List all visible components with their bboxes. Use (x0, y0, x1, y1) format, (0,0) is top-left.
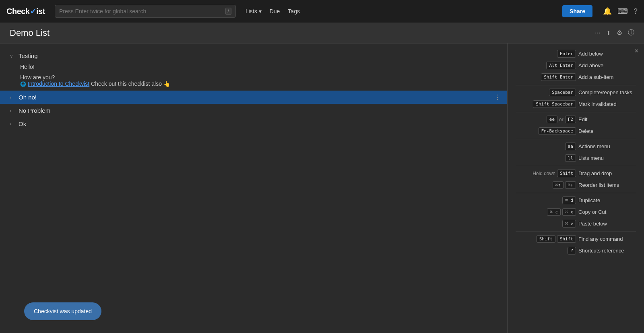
shortcut-action-copy-cut: Copy or Cut (578, 209, 636, 215)
top-navigation: Check✓ist / Lists ▾ Due Tags Share 🔔 ⌨ ? (0, 0, 644, 23)
globe-icon: 🌐 (20, 81, 26, 87)
shortcuts-close-button[interactable]: × (635, 48, 638, 55)
logo[interactable]: Check✓ist (6, 6, 45, 16)
shortcut-row-lists-menu: ll Lists menu (516, 154, 636, 162)
list-item-row-oh-no[interactable]: › Oh no! ⋮ (0, 91, 507, 104)
info-icon[interactable]: ⓘ (628, 29, 634, 37)
shortcut-keys-reorder: ⌘↑ ⌘↓ (516, 181, 576, 189)
key-shift-2: Shift (557, 235, 576, 243)
shortcut-action-drag-drop: Drag and drop (578, 170, 636, 176)
shortcut-row-actions-menu: aa Actions menu (516, 143, 636, 150)
shortcut-row-paste: ⌘ v Paste below (516, 220, 636, 228)
link-introduction[interactable]: Introduction to Checkvist (28, 81, 89, 87)
key-cmd-down: ⌘↓ (565, 181, 576, 189)
shortcut-action-duplicate: Duplicate (578, 197, 636, 203)
hold-down-text: Hold down (533, 171, 555, 176)
key-shift-spacebar: Shift Spacebar (533, 100, 576, 108)
nav-links: Lists ▾ Due Tags (246, 8, 300, 14)
chevron-right-icon: › (10, 121, 15, 127)
bell-icon[interactable]: 🔔 (603, 7, 612, 16)
shortcut-keys-find-command: Shift Shift (516, 235, 576, 243)
key-shift-enter: Shift Enter (541, 73, 576, 81)
shortcut-action-alt-enter: Add above (578, 62, 636, 68)
help-icon[interactable]: ? (634, 7, 638, 16)
search-input[interactable] (59, 8, 222, 14)
shortcuts-panel: × Enter Add below Alt Enter Add above Sh… (507, 43, 644, 333)
key-shift-1: Shift (537, 235, 555, 243)
shortcut-keys-shift-spacebar: Shift Spacebar (516, 100, 576, 108)
divider-2 (516, 112, 636, 112)
nav-tags[interactable]: Tags (288, 8, 300, 14)
item-menu-icon[interactable]: ⋮ (494, 93, 501, 101)
shortcut-keys-delete: Fn-Backspace (516, 127, 576, 135)
more-icon[interactable]: ⋯ (594, 29, 601, 37)
list-panel: ∨ Testing Hello! How are you? 🌐 Introduc… (0, 43, 507, 333)
shortcut-action-shift-enter: Add a sub-item (578, 74, 636, 80)
list-item-text-no-problem: No Problem (19, 107, 491, 114)
sub-item-text: How are you? (20, 74, 497, 81)
section-title-testing: Testing (19, 52, 38, 59)
section-header-testing[interactable]: ∨ Testing (0, 50, 507, 62)
shortcut-keys-drag: Hold down Shift (516, 170, 576, 177)
key-question: ? (568, 247, 576, 254)
nav-due[interactable]: Due (270, 8, 280, 14)
shortcut-keys-enter: Enter (516, 50, 576, 58)
key-spacebar: Spacebar (549, 89, 576, 96)
keyboard-icon[interactable]: ⌨ (617, 7, 628, 16)
sub-item-link-row: 🌐 Introduction to Checkvist Check out th… (20, 81, 497, 87)
shortcut-action-actions-menu: Actions menu (578, 143, 636, 149)
search-bar[interactable]: / (55, 5, 236, 18)
shortcut-row-shift-spacebar: Shift Spacebar Mark invalidated (516, 100, 636, 108)
shortcut-action-reference: Shortcuts reference (578, 248, 636, 254)
shortcut-action-paste: Paste below (578, 221, 636, 227)
key-aa: aa (565, 143, 576, 150)
logo-check: ✓ (30, 7, 37, 16)
shortcut-action-enter: Add below (578, 51, 636, 57)
divider-3 (516, 139, 636, 139)
list-item-hello[interactable]: Hello! (20, 62, 507, 72)
list-section-testing: ∨ Testing Hello! How are you? 🌐 Introduc… (0, 50, 507, 89)
shortcut-keys-aa: aa (516, 143, 576, 150)
key-cmd-up: ⌘↑ (553, 181, 564, 189)
shortcut-action-reorder: Reorder list items (578, 182, 636, 188)
chevron-right-icon: › (10, 108, 15, 114)
shortcut-action-spacebar: Complete/reopen tasks (578, 89, 636, 95)
list-item-text-ok: Ok (19, 120, 491, 127)
subheader-actions: ⋯ ⬆ ⚙ ⓘ (594, 29, 634, 37)
toast-notification: Checkvist was updated (24, 302, 101, 320)
chevron-down-icon: ▾ (259, 8, 262, 14)
shortcut-row-shift-enter: Shift Enter Add a sub-item (516, 73, 636, 81)
shortcut-row-duplicate: ⌘ d Duplicate (516, 196, 636, 204)
list-item-row-no-problem[interactable]: › No Problem ⋮ (0, 104, 507, 117)
share-button[interactable]: Share (562, 5, 592, 17)
shortcut-keys-paste: ⌘ v (516, 220, 576, 228)
shortcut-action-find-command: Find any command (578, 236, 636, 242)
nav-lists[interactable]: Lists ▾ (246, 8, 262, 14)
shortcut-row-alt-enter: Alt Enter Add above (516, 62, 636, 69)
topnav-icons: 🔔 ⌨ ? (603, 7, 638, 16)
key-f2: F2 (565, 116, 576, 123)
shortcut-keys-ll: ll (516, 154, 576, 162)
shortcut-keys-copy-cut: ⌘ c ⌘ x (516, 208, 576, 216)
pin-icon[interactable]: ⬆ (606, 30, 611, 36)
divider-4 (516, 166, 636, 166)
shortcut-row-drag-drop: Hold down Shift Drag and drop (516, 170, 636, 177)
divider-5 (516, 193, 636, 193)
subheader: Demo List ⋯ ⬆ ⚙ ⓘ (0, 23, 644, 43)
shortcut-keys-spacebar: Spacebar (516, 89, 576, 96)
chevron-down-icon: ∨ (10, 53, 15, 59)
settings-icon[interactable]: ⚙ (617, 29, 622, 37)
shortcut-row-copy-cut: ⌘ c ⌘ x Copy or Cut (516, 208, 636, 216)
list-item-row-ok[interactable]: › Ok ⋮ (0, 117, 507, 130)
shortcut-row-reference: ? Shortcuts reference (516, 247, 636, 254)
key-ll: ll (565, 154, 576, 162)
key-cmd-c: ⌘ c (547, 208, 561, 216)
shortcut-row-enter: Enter Add below (516, 50, 636, 58)
divider-6 (516, 232, 636, 232)
shortcut-row-edit: ee or F2 Edit (516, 116, 636, 123)
list-item-how-are-you[interactable]: How are you? 🌐 Introduction to Checkvist… (20, 72, 507, 89)
key-enter: Enter (557, 50, 576, 58)
key-cmd-v: ⌘ v (562, 220, 576, 228)
key-fn-backspace: Fn-Backspace (539, 127, 576, 135)
sub-items-testing: Hello! How are you? 🌐 Introduction to Ch… (0, 62, 507, 89)
